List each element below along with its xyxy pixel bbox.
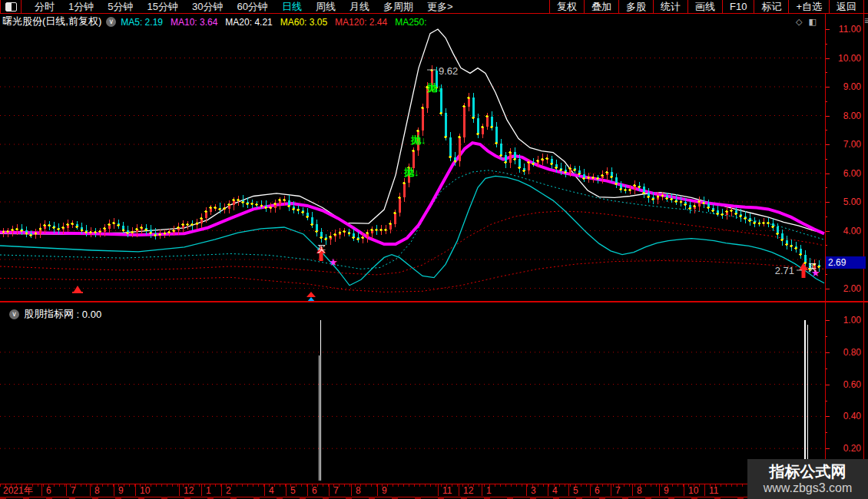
- month-separator: [590, 484, 591, 496]
- month-label-14: 11: [442, 485, 452, 496]
- month-label-6: 1: [206, 485, 211, 496]
- indicator-axis: 1.000.800.600.400.20: [825, 302, 864, 484]
- timeframe-tab-6[interactable]: 日线: [275, 0, 309, 13]
- month-separator: [264, 484, 265, 496]
- month-label-23: 9: [664, 485, 669, 496]
- action-button-0[interactable]: 复权: [549, 0, 584, 13]
- red-pedestal-icon: [72, 286, 83, 293]
- month-label-2: 8: [94, 485, 100, 496]
- window-split-icon[interactable]: [0, 0, 22, 13]
- timeframe-tab-5[interactable]: 60分钟: [230, 0, 274, 13]
- timeframe-tab-7[interactable]: 周线: [309, 0, 343, 13]
- month-separator: [568, 484, 569, 496]
- down-candle-wicks: [22, 67, 819, 273]
- watermark-title: 指标公式网: [770, 462, 846, 481]
- red-dotted-upper-line: [0, 211, 824, 275]
- month-label-1: 7: [71, 485, 76, 496]
- month-label-22: 8: [637, 485, 642, 496]
- month-separator: [526, 484, 527, 496]
- axis-border-line: [825, 14, 826, 497]
- price-axis-label-5: 6.00: [843, 168, 861, 179]
- menu-lines-icon[interactable]: ≣: [864, 17, 868, 25]
- chart-title-row: 曙光股份(日线,前复权) ∨ MA5: 2.19MA10: 3.64MA20: …: [2, 15, 435, 28]
- price-axis-label-1: 10.00: [838, 53, 861, 64]
- watermark: 指标公式网 www.zbgs3.com: [747, 459, 868, 499]
- month-separator: [201, 484, 202, 496]
- month-separator: [329, 484, 330, 496]
- price-axis-label-2: 9.00: [843, 81, 861, 92]
- month-label-0: 6: [46, 485, 51, 496]
- month-label-25: 11: [709, 485, 718, 496]
- month-separator: [135, 484, 136, 496]
- month-label-19: 5: [573, 485, 578, 496]
- main-price-chart[interactable]: 9.62抛↓抛↓抛↓★买★买2.71: [0, 14, 825, 301]
- timeframe-tab-9[interactable]: 多周期: [376, 0, 420, 13]
- timeframe-tab-8[interactable]: 月线: [343, 0, 376, 13]
- month-separator: [438, 484, 439, 496]
- red-dotted-lower-line: [0, 261, 824, 292]
- month-label-9: 5: [290, 485, 296, 496]
- price-axis-label-0: 11.00: [839, 24, 861, 35]
- year-label: 2021年: [3, 485, 33, 496]
- sell-mark-0: 抛↓: [426, 82, 442, 94]
- timeframe-tab-2[interactable]: 5分钟: [101, 0, 140, 13]
- ma-value-0: MA5: 2.19: [121, 17, 163, 28]
- ma-value-3: MA60: 3.05: [280, 17, 327, 28]
- chevron-down-icon[interactable]: ∨: [9, 309, 19, 319]
- last-price-tag: 2.69: [826, 256, 866, 269]
- action-button-2[interactable]: 多股: [618, 0, 653, 13]
- month-label-10: 6: [312, 485, 317, 496]
- price-axis-label-6: 5.00: [843, 197, 861, 207]
- timeframe-tab-4[interactable]: 30分钟: [185, 0, 230, 13]
- price-axis-label-3: 8.00: [843, 111, 861, 121]
- price-axis-label-4: 7.00: [843, 139, 861, 150]
- buy-glyph-0: 买: [317, 244, 326, 253]
- month-separator: [632, 484, 633, 496]
- month-label-16: 1: [486, 485, 492, 496]
- action-button-1[interactable]: 叠加: [584, 0, 618, 13]
- action-button-8[interactable]: 返回: [829, 0, 864, 13]
- month-separator: [286, 484, 287, 496]
- month-separator: [459, 484, 459, 496]
- indicator-sub-chart[interactable]: [0, 302, 825, 484]
- timeframe-tab-3[interactable]: 15分钟: [140, 0, 184, 13]
- month-separator: [90, 484, 91, 496]
- action-button-3[interactable]: 统计: [653, 0, 687, 13]
- peak-price-label: 9.62: [439, 65, 458, 77]
- month-separator: [377, 484, 378, 496]
- timeframe-tab-1[interactable]: 1分钟: [61, 0, 101, 13]
- sell-mark-1: 抛↓: [410, 134, 426, 146]
- month-label-12: 8: [356, 485, 361, 496]
- ma-values: MA5: 2.19MA10: 3.64MA20: 4.21MA60: 3.05M…: [121, 15, 434, 28]
- time-axis[interactable]: 2021年67891012124567891112134567891011: [0, 484, 868, 497]
- sub-gridlines: [0, 352, 825, 448]
- month-label-5: 12: [184, 485, 194, 496]
- month-separator: [41, 484, 42, 496]
- action-button-7[interactable]: +自选: [788, 0, 829, 13]
- diamond-icon[interactable]: ◇: [796, 17, 802, 27]
- month-separator: [179, 484, 180, 496]
- chart-corner-icons: ◇ ◧: [796, 17, 817, 27]
- chevron-down-icon[interactable]: ∨: [106, 17, 116, 27]
- main-price-axis: 11.0010.009.008.007.006.005.004.002.002.…: [825, 14, 864, 301]
- month-separator: [704, 484, 705, 496]
- indicator-axis-label-1: 0.80: [843, 347, 861, 358]
- ma-value-4: MA120: 2.44: [335, 17, 387, 28]
- timeframe-tab-0[interactable]: 分时: [28, 0, 61, 13]
- month-label-4: 10: [140, 485, 150, 496]
- tiny-red-triangle-icon: [306, 292, 316, 297]
- month-separator: [66, 484, 67, 496]
- toolbar-actions: 复权叠加多股统计画线F10标记+自选返回: [549, 0, 868, 13]
- month-label-15: 12: [463, 485, 473, 496]
- time-axis-ticks: [0, 484, 825, 487]
- month-label-11: 7: [333, 485, 339, 496]
- month-label-7: 2: [226, 485, 231, 496]
- action-button-4[interactable]: 画线: [687, 0, 722, 13]
- panel-split-icon[interactable]: ◧: [808, 17, 816, 27]
- action-button-6[interactable]: 标记: [754, 0, 788, 13]
- ma-value-5: MA250:: [395, 17, 426, 28]
- action-button-5[interactable]: F10: [722, 0, 754, 13]
- month-separator: [684, 484, 684, 496]
- cyan-dotted-line: [0, 170, 824, 269]
- timeframe-tab-10[interactable]: 更多>: [420, 0, 460, 13]
